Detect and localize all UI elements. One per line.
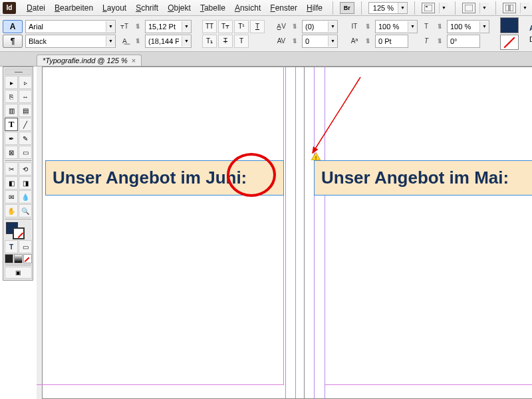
line-tool[interactable]: ╱ [19, 118, 32, 131]
stepper-icon[interactable]: ⥮ [132, 35, 144, 47]
dropdown-arrow-icon[interactable]: ▼ [106, 21, 115, 32]
pencil-tool[interactable]: ✎ [19, 132, 32, 145]
dropdown-arrow-icon[interactable]: ▼ [520, 3, 529, 13]
baseline-select[interactable] [375, 35, 408, 48]
rectangle-tool[interactable]: ▭ [19, 146, 32, 159]
kerning-select[interactable]: ▼ [302, 20, 338, 33]
paragraph-mode-button[interactable]: ¶ [3, 35, 23, 48]
document-canvas[interactable]: Unser Angebot im Juni: Unser Angebot im … [37, 66, 532, 399]
close-tab-icon[interactable]: × [132, 57, 136, 65]
dropdown-arrow-icon[interactable]: ▼ [328, 21, 337, 32]
scissors-tool[interactable]: ✂ [5, 162, 18, 176]
strikethrough-button[interactable]: T [218, 35, 233, 48]
menu-edit[interactable]: Bearbeiten [51, 2, 97, 14]
type-tool[interactable]: T [5, 118, 18, 131]
free-transform-tool[interactable]: ⟲ [19, 162, 32, 176]
font-size-select[interactable]: ▼ [145, 20, 192, 33]
pen-tool[interactable]: ✒ [5, 132, 18, 145]
all-caps-button[interactable]: TT [202, 20, 217, 33]
leading-input[interactable] [146, 35, 182, 47]
stepper-icon[interactable]: ⥮ [289, 35, 301, 47]
document-tab[interactable]: *Typografie.indd @ 125 % × [37, 55, 142, 66]
dropdown-arrow-icon[interactable]: ▼ [479, 21, 489, 32]
underline-button[interactable]: T [250, 20, 265, 33]
skew-select[interactable] [447, 35, 480, 48]
arrange-documents-icon[interactable] [503, 3, 516, 13]
menu-type[interactable]: Schrift [132, 2, 162, 14]
font-family-select[interactable]: ▼ [25, 20, 116, 33]
dropdown-arrow-icon[interactable]: ▼ [182, 36, 191, 47]
stepper-icon[interactable]: ⥮ [362, 21, 374, 33]
page-tool[interactable]: ⎘ [5, 90, 18, 103]
text-frame-right[interactable]: Unser Angebot im Mai: [314, 160, 532, 196]
superscript-button[interactable]: T¹ [234, 20, 249, 33]
formatting-text-icon[interactable]: ▭ [19, 240, 32, 253]
menu-help[interactable]: Hilfe [303, 2, 327, 14]
menu-view[interactable]: Ansicht [231, 2, 265, 14]
view-options-icon[interactable] [422, 3, 435, 13]
small-caps-button[interactable]: Tᴛ [218, 20, 233, 33]
zoom-level[interactable]: 125 % ▼ [368, 2, 408, 14]
content-collector-tool[interactable]: ▥ [5, 104, 18, 117]
hand-tool[interactable]: ✋ [5, 204, 18, 217]
apply-none-icon[interactable] [23, 254, 32, 263]
zoom-tool[interactable]: 🔍 [19, 204, 32, 217]
formatting-container-icon[interactable]: T [5, 240, 18, 253]
fill-stroke-proxy[interactable] [5, 221, 32, 239]
subscript-button[interactable]: T₁ [202, 35, 217, 48]
vscale-input[interactable] [376, 21, 408, 33]
rectangle-frame-tool[interactable]: ⊠ [5, 146, 18, 159]
baseline-input[interactable] [376, 35, 408, 47]
text-stroke-swatch[interactable] [500, 35, 519, 51]
gap-tool[interactable]: ↔ [19, 90, 32, 103]
svg-rect-0 [424, 5, 432, 11]
selection-tool[interactable]: ▸ [5, 76, 18, 89]
eyedropper-tool[interactable]: 💧 [19, 190, 32, 203]
stepper-icon[interactable]: ⥮ [434, 35, 446, 47]
tracking-input[interactable] [303, 35, 328, 47]
menu-object[interactable]: Objekt [164, 2, 195, 14]
tools-grip[interactable]: ┄┄ [5, 68, 32, 75]
apply-gradient-icon[interactable] [14, 254, 23, 263]
hscale-input[interactable] [448, 21, 479, 33]
hscale-select[interactable]: ▼ [447, 20, 489, 33]
gradient-swatch-tool[interactable]: ◧ [5, 176, 18, 190]
character-mode-button[interactable]: A [3, 20, 23, 33]
vscale-select[interactable]: ▼ [375, 20, 418, 33]
leading-select[interactable]: ▼ [145, 35, 192, 48]
apply-color-icon[interactable] [5, 254, 13, 263]
font-family-input[interactable] [26, 21, 106, 33]
page-left[interactable]: Unser Angebot im Juni: [42, 66, 305, 399]
font-style-select[interactable]: ▼ [25, 35, 116, 48]
font-size-icon: ᴛT [118, 21, 130, 33]
gradient-feather-tool[interactable]: ◨ [19, 176, 32, 190]
direct-selection-tool[interactable]: ▹ [19, 76, 32, 89]
bridge-button[interactable]: Br [340, 2, 354, 14]
stepper-icon[interactable]: ⥮ [434, 21, 446, 33]
text-fill-swatch[interactable] [500, 17, 519, 33]
dropdown-arrow-icon[interactable]: ▼ [439, 3, 448, 13]
dropdown-arrow-icon[interactable]: ▼ [408, 21, 417, 32]
tracking-select[interactable]: ▼ [302, 35, 338, 48]
note-tool[interactable]: ✉ [5, 190, 18, 203]
menu-file[interactable]: Datei [23, 2, 49, 14]
skew-input[interactable] [448, 35, 479, 47]
dropdown-arrow-icon[interactable]: ▼ [106, 36, 115, 47]
font-size-input[interactable] [146, 21, 182, 33]
font-style-input[interactable] [26, 35, 106, 47]
ligatures-button[interactable]: T [234, 35, 249, 48]
menu-window[interactable]: Fenster [266, 2, 301, 14]
content-placer-tool[interactable]: ▤ [19, 104, 32, 117]
stepper-icon[interactable]: ⥮ [289, 21, 301, 33]
dropdown-arrow-icon[interactable]: ▼ [398, 3, 407, 13]
dropdown-arrow-icon[interactable]: ▼ [328, 36, 337, 47]
stepper-icon[interactable]: ⥮ [132, 21, 144, 33]
kerning-input[interactable] [303, 21, 328, 33]
stepper-icon[interactable]: ⥮ [362, 35, 374, 47]
screen-mode-icon[interactable] [462, 3, 475, 13]
view-mode-button[interactable]: ▣ [5, 267, 32, 279]
dropdown-arrow-icon[interactable]: ▼ [182, 21, 191, 32]
menu-table[interactable]: Tabelle [196, 2, 229, 14]
dropdown-arrow-icon[interactable]: ▼ [479, 3, 489, 13]
menu-layout[interactable]: Layout [98, 2, 130, 14]
